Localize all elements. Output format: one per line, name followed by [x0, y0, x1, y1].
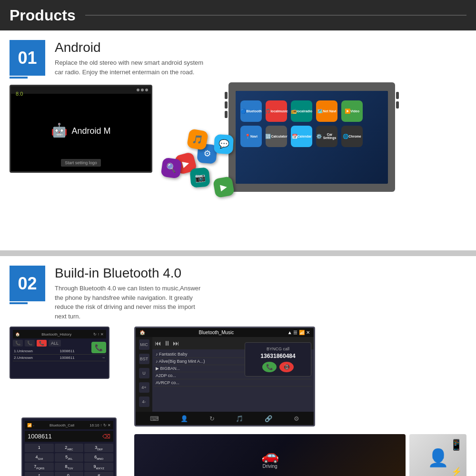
bt-home-icon[interactable]: 🏠: [139, 330, 145, 335]
bt-nav-music-icon[interactable]: 🎵: [236, 415, 243, 422]
app-icon-chrome[interactable]: 🌐Chrome: [341, 126, 363, 147]
page-header: Products: [0, 0, 476, 30]
bottom-images-row: 🚗 Driving 👤 ⚡ 📱: [134, 434, 466, 476]
person-with-phone-image: 👤 ⚡ 📱: [409, 434, 466, 476]
key-1[interactable]: 1: [25, 444, 54, 452]
key-3[interactable]: 3DEF: [84, 444, 113, 452]
section-number-1: 01: [10, 40, 45, 76]
bt-status-icons: ▲ ☰ 📶 ✕: [288, 330, 310, 335]
app-icon-navi[interactable]: 📍Navi: [240, 126, 262, 147]
bt-mic-btn[interactable]: MIC: [139, 339, 149, 350]
bt-next-icon[interactable]: ⏭: [173, 339, 179, 347]
side-btn-1[interactable]: [225, 92, 228, 99]
side-btn-3[interactable]: [225, 111, 228, 118]
android-start-btn[interactable]: Start setting logo: [61, 159, 101, 167]
android-status-bar: [11, 86, 151, 94]
bt-caller-number: 13631860484: [249, 353, 307, 359]
app-icon-localradio[interactable]: 📻localradio: [291, 100, 312, 122]
float-icon-search: 🔍: [160, 157, 182, 178]
call-tab-1[interactable]: 📞: [13, 340, 23, 347]
right-btn-1[interactable]: [396, 92, 399, 99]
bt-decline-btn[interactable]: 📵: [279, 362, 294, 372]
page-title: Products: [10, 7, 76, 24]
bt-top-bar: 🏠 Bluetooth_Music ▲ ☰ 📶 ✕: [136, 328, 314, 337]
key-0[interactable]: 0+: [55, 472, 84, 476]
bt-call-screen: 📶 - Bluetooth_Call 16:10 ↑ ↻ ✕ 1008611 ⌫…: [21, 417, 117, 476]
float-icon-youtube: ▶: [174, 152, 198, 175]
bt-sidebar: MIC BST U 4+ 4-: [136, 337, 152, 412]
battery-icon: [145, 89, 148, 91]
key-7[interactable]: 7PQRS: [25, 463, 54, 471]
bluetooth-content: 🏠 Bluetooth_History ↻ ↑ ✕ 📞 📞 📞 ALL 1.Un…: [10, 327, 466, 476]
float-icon-camera: 📷: [189, 167, 210, 188]
android-desc: Replace the old stereo with new smart an…: [55, 58, 207, 77]
section-android-text: Android Replace the old stereo with new …: [55, 40, 207, 77]
bt-right-panel: 🏠 Bluetooth_Music ▲ ☰ 📶 ✕ MIC BST U 4+ 4…: [134, 327, 466, 476]
right-btn-2[interactable]: [396, 101, 399, 109]
float-icon-music: 🎵: [187, 129, 208, 150]
bt-nav-keypad-icon[interactable]: ⌨: [150, 415, 159, 422]
bt-bst-btn[interactable]: BST: [139, 354, 149, 364]
section-bluetooth-text: Build-in Bluetooth 4.0 Through Bluetooth…: [55, 266, 207, 321]
person-icon: 👤: [427, 448, 449, 468]
car-icon: 🚗: [261, 447, 279, 464]
android-title: Android: [55, 40, 207, 55]
key-5[interactable]: 5JKL: [55, 453, 84, 462]
key-2[interactable]: 2ABC: [55, 444, 84, 452]
header-divider: [85, 15, 466, 16]
section-number-2: 02: [10, 266, 45, 301]
call-tab-2[interactable]: 📞: [25, 340, 35, 347]
app-icon-settings[interactable]: ⚙️Car Settings: [316, 126, 337, 147]
section-divider: [0, 250, 476, 256]
backspace-icon[interactable]: ⌫: [102, 433, 110, 440]
section-android: 01 Android Replace the old stereo with n…: [0, 30, 476, 250]
bt-prev-icon[interactable]: ⏮: [155, 339, 161, 347]
key-star[interactable]: *: [25, 472, 54, 476]
app-icon-localmusic[interactable]: 🎵localmusic: [266, 100, 287, 122]
signal-icon: [137, 89, 139, 91]
phone-number-display: 1008611 ⌫: [25, 431, 113, 442]
bt-nav-person-icon[interactable]: 👤: [180, 415, 188, 422]
car-radio-screen: 08:22 ▲ ☰ 📶 🔵Bluetooth 🎵localmusic 📻loca…: [236, 91, 388, 184]
key-8[interactable]: 8TUV: [55, 463, 84, 471]
key-9[interactable]: 9WXYZ: [84, 463, 113, 471]
section-bluetooth: 02 Build-in Bluetooth 4.0 Through Blueto…: [0, 256, 476, 476]
android-logo-group: 🤖 Android M: [51, 122, 110, 140]
float-icon-settings: ⚙: [197, 143, 217, 164]
bt-music-screen: 🏠 Bluetooth_Music ▲ ☰ 📶 ✕ MIC BST U 4+ 4…: [134, 327, 315, 426]
driving-image: 🚗 Driving: [134, 434, 406, 476]
driving-label: Driving: [261, 464, 279, 469]
bt-answer-btn[interactable]: 📞: [262, 362, 277, 372]
bt-nav-link-icon[interactable]: 🔗: [265, 415, 272, 422]
bt-nav-refresh-icon[interactable]: ↻: [209, 415, 215, 422]
key-6[interactable]: 6MNO: [84, 453, 113, 462]
app-icon-netnavi[interactable]: 🗺️Net Navi: [316, 100, 337, 122]
android-content-area: 8.0 🤖 Android M Start setting logo 08:22…: [10, 82, 466, 241]
app-icon-bluetooth[interactable]: 🔵Bluetooth: [240, 100, 262, 122]
call-tab-all[interactable]: ALL: [49, 340, 61, 347]
car-radio-device: 08:22 ▲ ☰ 📶 🔵Bluetooth 🎵localmusic 📻loca…: [228, 82, 395, 192]
app-icon-calculator[interactable]: 🔢Calculator: [266, 126, 287, 147]
bt-content-area: MIC BST U 4+ 4- ⏮ ⏸ ⏭ ♪ Fantastic B: [136, 337, 314, 412]
bt-vol-btn[interactable]: 4+: [139, 382, 149, 393]
bt-play-icon[interactable]: ⏸: [164, 339, 170, 347]
call-tab-3[interactable]: 📞: [37, 340, 47, 347]
key-hash[interactable]: #: [84, 472, 113, 476]
key-4[interactable]: 4GHI: [25, 453, 54, 462]
bt-history-header: 🏠 Bluetooth_History ↻ ↑ ✕: [13, 330, 106, 338]
bt-list-item-5[interactable]: AVRCP co...: [154, 379, 312, 387]
bt-nav-settings-icon[interactable]: ⚙: [294, 415, 299, 422]
app-icon-calendar[interactable]: 📅Calendar: [291, 126, 312, 147]
bt-history-screen: 🏠 Bluetooth_History ↻ ↑ ✕ 📞 📞 📞 ALL 1.Un…: [10, 327, 109, 379]
call-accept-btn[interactable]: 📞: [91, 342, 106, 353]
bt-nav-btn[interactable]: U: [139, 368, 149, 378]
bt-call-action-buttons: 📞 📵: [249, 362, 307, 372]
driving-inner: 🚗 Driving: [261, 447, 279, 469]
bt-ej-btn[interactable]: 4-: [139, 397, 149, 407]
bt-call-overlay: BYNCG call 13631860484 📞 📵: [245, 342, 311, 377]
android-logo-icon: 🤖: [51, 122, 68, 138]
app-icon-video[interactable]: ▶️Video: [341, 100, 363, 122]
side-btn-2[interactable]: [225, 101, 228, 109]
bluetooth-symbol: ⚡: [451, 466, 462, 476]
android-version-label: 8.0: [16, 91, 23, 97]
